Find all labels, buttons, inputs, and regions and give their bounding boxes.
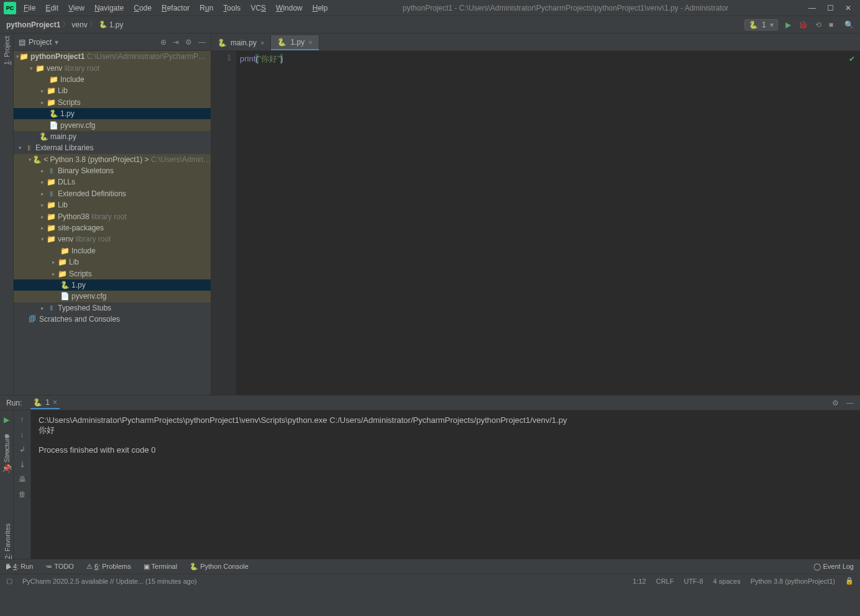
event-log[interactable]: ◯ Event Log xyxy=(813,563,854,571)
locate-icon[interactable]: ⊕ xyxy=(160,38,167,47)
close-tab-icon[interactable]: × xyxy=(308,38,312,46)
coverage-button[interactable]: ⟲ xyxy=(815,20,821,29)
tool-python-console[interactable]: 🐍 Python Console xyxy=(190,563,249,571)
code-editor[interactable]: print("你好") xyxy=(236,51,860,395)
inspections-ok-icon[interactable]: ✔ xyxy=(849,55,855,63)
run-tab-1[interactable]: 🐍1× xyxy=(30,397,60,409)
dock-favorites[interactable]: ★ 2: Favorites xyxy=(3,523,11,569)
line-separator[interactable]: CRLF xyxy=(656,578,674,585)
menu-code[interactable]: Code xyxy=(130,4,155,12)
tool-problems[interactable]: ⚠ 6: Problems xyxy=(86,563,131,571)
wrap-icon[interactable]: ↲ xyxy=(19,445,25,454)
search-everywhere-icon[interactable]: 🔍 xyxy=(844,20,854,29)
down-icon[interactable]: ↓ xyxy=(21,430,24,439)
breadcrumb: pythonProject1 〉 venv 〉 🐍 1.py xyxy=(6,19,123,30)
app-icon: PC xyxy=(4,2,16,14)
tab-1py[interactable]: 🐍1.py× xyxy=(271,35,319,50)
up-icon[interactable]: ↑ xyxy=(21,415,24,424)
collapse-all-icon[interactable]: ⇥ xyxy=(173,38,179,47)
menu-window[interactable]: Window xyxy=(272,4,306,12)
file-encoding[interactable]: UTF-8 xyxy=(684,578,703,585)
tool-todo[interactable]: ≔ TODO xyxy=(45,563,73,571)
lock-icon[interactable]: 🔒 xyxy=(845,577,854,585)
tool-terminal[interactable]: ▣ Terminal xyxy=(144,563,177,571)
project-panel-title[interactable]: ▤ Project ▾ xyxy=(19,38,58,47)
gear-icon[interactable]: ⚙ xyxy=(832,399,839,407)
run-button[interactable]: ▶ xyxy=(785,20,791,29)
run-config-name: 1 xyxy=(762,20,766,29)
menu-refactor[interactable]: Refactor xyxy=(158,4,193,12)
breadcrumb-venv[interactable]: venv xyxy=(71,20,87,29)
close-tab-icon[interactable]: × xyxy=(53,398,57,407)
tab-mainpy[interactable]: 🐍main.py× xyxy=(211,35,271,50)
dock-structure[interactable]: ..7: Structure xyxy=(3,435,11,474)
status-message[interactable]: PyCharm 2020.2.5 available // Update... … xyxy=(22,578,197,585)
menubar: File Edit View Navigate Code Refactor Ru… xyxy=(20,4,331,12)
settings-icon[interactable]: ⚙ xyxy=(185,38,192,47)
close-icon[interactable]: ✕ xyxy=(845,4,851,12)
menu-help[interactable]: Help xyxy=(309,4,332,12)
status-box-icon[interactable]: ▢ xyxy=(6,577,12,585)
stop-button[interactable]: ■ xyxy=(829,20,833,29)
breadcrumb-file[interactable]: 1.py xyxy=(109,20,124,29)
python-file-icon: 🐍 xyxy=(99,20,108,29)
hide-icon[interactable]: — xyxy=(846,399,854,407)
menu-edit[interactable]: Edit xyxy=(42,4,62,12)
chevron-down-icon: ▾ xyxy=(55,38,58,47)
caret-position[interactable]: 1:12 xyxy=(633,578,646,585)
indent[interactable]: 4 spaces xyxy=(713,578,741,585)
menu-tools[interactable]: Tools xyxy=(219,4,244,12)
breadcrumb-root[interactable]: pythonProject1 xyxy=(6,20,60,29)
project-view-icon: ▤ xyxy=(19,38,25,47)
scroll-icon[interactable]: ⤓ xyxy=(19,460,25,469)
debug-button[interactable]: 🐞 xyxy=(798,20,808,29)
line-number: 1 xyxy=(211,53,231,62)
project-tree[interactable]: ▾📁pythonProject1 C:\Users\Administrator\… xyxy=(14,51,211,395)
dock-project[interactable]: 1: Project xyxy=(3,36,11,65)
python-icon: 🐍 xyxy=(749,20,758,29)
hide-panel-icon[interactable]: — xyxy=(198,38,206,47)
menu-vcs[interactable]: VCS xyxy=(247,4,270,12)
trash-icon[interactable]: 🗑 xyxy=(19,490,26,499)
minimize-icon[interactable]: — xyxy=(808,4,816,12)
interpreter[interactable]: Python 3.8 (pythonProject1) xyxy=(751,578,835,585)
menu-view[interactable]: View xyxy=(65,4,88,12)
menu-run[interactable]: Run xyxy=(196,4,217,12)
menu-navigate[interactable]: Navigate xyxy=(91,4,127,12)
close-tab-icon[interactable]: × xyxy=(260,39,264,47)
run-config-selector[interactable]: 🐍 1 ▾ xyxy=(744,19,778,30)
chevron-down-icon: ▾ xyxy=(770,20,774,29)
window-title: pythonProject1 - C:\Users\Administrator\… xyxy=(331,4,800,12)
menu-file[interactable]: File xyxy=(20,4,39,12)
maximize-icon[interactable]: ☐ xyxy=(827,4,834,12)
print-icon[interactable]: 🖶 xyxy=(19,475,26,484)
console-output[interactable]: C:\Users\Administrator\PycharmProjects\p… xyxy=(31,410,860,559)
